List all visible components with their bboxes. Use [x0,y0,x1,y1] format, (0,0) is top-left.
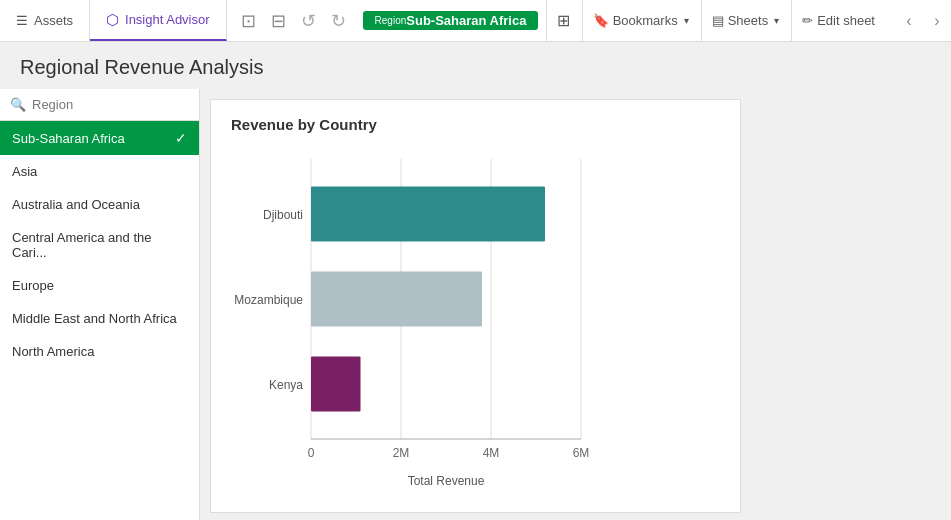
next-page-button[interactable]: › [923,7,951,35]
assets-label: Assets [34,13,73,28]
topbar-right-icons: ⊞ 🔖 Bookmarks ▾ ▤ Sheets ▾ ✏ Edit sheet … [546,0,951,42]
region-item[interactable]: Central America and the Cari... [0,221,199,269]
svg-text:4M: 4M [483,446,500,460]
insight-advisor-label: Insight Advisor [125,12,210,27]
page-header: Regional Revenue Analysis [0,42,951,89]
svg-text:Total Revenue: Total Revenue [408,474,485,488]
insight-icon: ⬡ [106,11,119,29]
right-space [751,89,951,520]
sheets-icon: ▤ [712,13,724,28]
prev-page-button[interactable]: ‹ [895,7,923,35]
svg-rect-4 [311,187,545,242]
chart-area: Revenue by Country DjiboutiMozambiqueKen… [210,99,741,513]
sheets-button[interactable]: ▤ Sheets ▾ [701,0,789,42]
region-item[interactable]: North America [0,335,199,368]
region-item-label: Asia [12,164,37,179]
undo-button[interactable]: ↺ [295,7,323,35]
redo-button[interactable]: ↻ [325,7,353,35]
search-icon: 🔍 [10,97,26,112]
svg-text:2M: 2M [393,446,410,460]
tab-assets[interactable]: ☰ Assets [0,0,90,41]
region-item-label: North America [12,344,94,359]
region-item[interactable]: Australia and Oceania [0,188,199,221]
chart-title: Revenue by Country [231,116,720,133]
svg-text:Djibouti: Djibouti [263,208,303,222]
toolbar-icons: ⊡ ⊟ ↺ ↻ [235,7,353,35]
region-item[interactable]: Middle East and North Africa [0,302,199,335]
search-input[interactable] [32,97,189,112]
active-filter-chip[interactable]: Region Sub-Saharan Africa [363,11,539,30]
select-rect-button[interactable]: ⊡ [235,7,263,35]
region-item[interactable]: Europe [0,269,199,302]
region-item[interactable]: Asia [0,155,199,188]
check-icon: ✓ [175,130,187,146]
left-panel: 🔍 Sub-Saharan Africa✓AsiaAustralia and O… [0,89,200,520]
edit-icon: ✏ [802,13,813,28]
bookmarks-button[interactable]: 🔖 Bookmarks ▾ [582,0,699,42]
sheets-label: Sheets [728,13,768,28]
main-content: 🔍 Sub-Saharan Africa✓AsiaAustralia and O… [0,89,951,520]
search-bar: 🔍 [0,89,199,121]
topbar: ☰ Assets ⬡ Insight Advisor ⊡ ⊟ ↺ ↻ Regio… [0,0,951,42]
svg-text:6M: 6M [573,446,590,460]
bookmarks-label: Bookmarks [613,13,678,28]
region-item[interactable]: Sub-Saharan Africa✓ [0,121,199,155]
grid-icon: ⊞ [557,11,570,30]
svg-rect-8 [311,357,361,412]
sheets-chevron-icon: ▾ [774,15,779,26]
page-title: Regional Revenue Analysis [20,56,264,79]
svg-text:Mozambique: Mozambique [234,293,303,307]
filter-label: Region [375,15,407,26]
bookmark-icon: 🔖 [593,13,609,28]
region-item-label: Middle East and North Africa [12,311,177,326]
filter-value: Sub-Saharan Africa [406,13,526,28]
edit-sheet-label: Edit sheet [817,13,875,28]
page-nav: ‹ › [895,7,951,35]
svg-rect-6 [311,272,482,327]
svg-text:0: 0 [308,446,315,460]
tab-insight-advisor[interactable]: ⬡ Insight Advisor [90,0,227,41]
lasso-button[interactable]: ⊟ [265,7,293,35]
assets-icon: ☰ [16,13,28,28]
region-item-label: Sub-Saharan Africa [12,131,125,146]
edit-sheet-button[interactable]: ✏ Edit sheet [791,0,885,42]
region-item-label: Australia and Oceania [12,197,140,212]
region-item-label: Central America and the Cari... [12,230,187,260]
region-item-label: Europe [12,278,54,293]
region-list: Sub-Saharan Africa✓AsiaAustralia and Oce… [0,121,199,520]
bar-chart-container: DjiboutiMozambiqueKenya02M4M6MTotal Reve… [231,149,720,499]
bookmarks-chevron-icon: ▾ [684,15,689,26]
grid-button[interactable]: ⊞ [546,0,580,42]
svg-text:Kenya: Kenya [269,378,303,392]
